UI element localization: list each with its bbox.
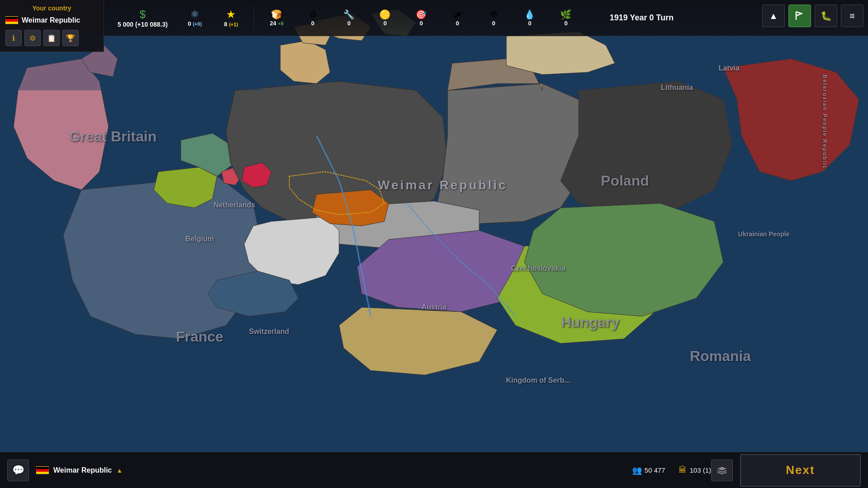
population-icon: 👥 [632, 465, 642, 475]
country-name: Weimar Republic [22, 16, 80, 24]
bottom-bar: 💬 Weimar Republic ▲ 👥 50 477 🏛 103 (1) N… [0, 452, 868, 488]
bottom-right: Next [711, 454, 861, 487]
resource-5-icon: 🎯 [415, 9, 427, 20]
flag-button[interactable] [788, 5, 811, 27]
money-icon: $ [140, 8, 146, 21]
chat-button[interactable]: 💬 [7, 460, 29, 481]
top-right-controls: ▲ 🐛 ≡ [762, 5, 863, 27]
resource-3: 🔧 0 [331, 5, 367, 30]
bottom-expand-icon[interactable]: ▲ [117, 467, 123, 474]
resource-7-value: 0 [492, 20, 495, 27]
money-value: 5 000 (+10 088.3) [118, 21, 168, 28]
country-actions: ℹ ⚙ 📋 🏆 [0, 28, 104, 48]
resource-8: 💧 0 [512, 5, 548, 30]
bottom-country-info: Weimar Republic ▲ [36, 466, 618, 474]
population-stat: 👥 50 477 [632, 465, 665, 475]
military-value: 103 (1) [689, 466, 711, 474]
resource-4-value: 0 [383, 20, 387, 27]
military-icon: 🏛 [679, 465, 687, 475]
resource-8-value: 0 [528, 20, 531, 27]
resource-6: 🌶 0 [439, 6, 476, 30]
resource-7: ☢ 0 [476, 5, 512, 30]
resource-6-value: 0 [456, 20, 459, 27]
resource-2-icon: ⚙ [309, 9, 317, 20]
resource-5: 🎯 0 [403, 5, 439, 30]
stars-resource: ★ 8 (+1) [213, 5, 249, 31]
info-button[interactable]: ℹ [5, 30, 22, 46]
next-button[interactable]: Next [740, 454, 861, 487]
collapse-button[interactable]: ▲ [762, 5, 785, 27]
country-flag [5, 16, 18, 24]
resource-9: 🌿 0 [548, 5, 584, 30]
top-bar: $ 5 000 (+10 088.3) ⚛ 0 (+0) ★ 8 (+1) 🍞 … [0, 0, 868, 36]
map-container[interactable]: Great Britain Netherlands Belgium France… [0, 0, 868, 488]
resource-9-icon: 🌿 [560, 9, 571, 20]
bug-button[interactable]: 🐛 [815, 5, 837, 27]
resource-2: ⚙ 0 [295, 5, 331, 30]
country-label: Your country [0, 0, 104, 14]
turn-text: 1919 Year 0 Turn [610, 13, 674, 22]
resource-4: 🟡 0 [367, 5, 403, 30]
country-flag-name: Weimar Republic [0, 14, 104, 28]
list-button[interactable]: 📋 [43, 30, 60, 46]
money-resource: $ 5 000 (+10 088.3) [108, 5, 177, 32]
settings-button[interactable]: ⚙ [24, 30, 41, 46]
resource-3-icon: 🔧 [343, 9, 354, 20]
stars-icon: ★ [226, 8, 236, 21]
resource-6-icon: 🌶 [453, 9, 462, 20]
science-resource: ⚛ 0 (+0) [177, 5, 213, 31]
resource-7-icon: ☢ [490, 9, 498, 20]
turn-display: 1919 Year 0 Turn [610, 13, 674, 23]
resource-4-icon: 🟡 [379, 9, 391, 20]
resource-8-icon: 💧 [524, 9, 535, 20]
food-resource: 🍞 24 +8 [259, 5, 295, 30]
resource-9-value: 0 [564, 20, 567, 27]
achievements-button[interactable]: 🏆 [62, 30, 79, 46]
food-icon: 🍞 [271, 9, 282, 20]
population-value: 50 477 [645, 466, 665, 474]
country-panel: Your country Weimar Republic ℹ ⚙ 📋 🏆 [0, 0, 104, 52]
bottom-country-name: Weimar Republic [53, 466, 112, 474]
military-stat: 🏛 103 (1) [679, 465, 711, 475]
resource-5-value: 0 [420, 20, 423, 27]
food-value: 24 +8 [270, 20, 284, 27]
stars-value: 8 (+1) [224, 21, 238, 28]
bottom-flag [36, 466, 49, 474]
resource-3-value: 0 [347, 20, 350, 27]
resource-2-value: 0 [311, 20, 314, 27]
menu-button[interactable]: ≡ [841, 5, 863, 27]
bottom-stats: 👥 50 477 🏛 103 (1) [632, 465, 711, 475]
science-value: 0 (+0) [188, 20, 202, 27]
science-icon: ⚛ [190, 9, 199, 20]
layers-button[interactable] [711, 460, 733, 481]
